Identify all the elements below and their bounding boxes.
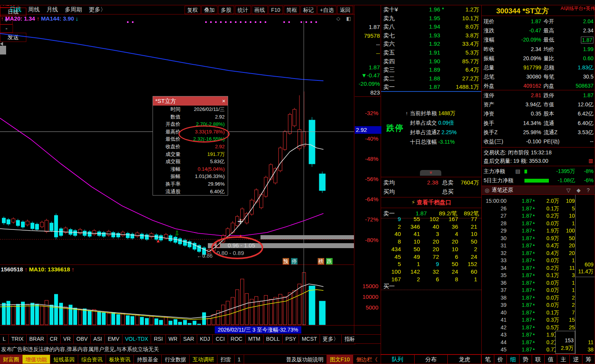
indicator-tab-WR[interactable]: WR (166, 335, 180, 343)
bottombar-item-财富圈[interactable]: 财富圈 (0, 355, 23, 364)
thousand-depth-link[interactable]: ⚡ 查看千档盘口 (381, 199, 481, 206)
svg-text:▲: ▲ (156, 238, 161, 244)
tooltip-key: 成交额 (156, 158, 180, 165)
indicator-tab-ROC[interactable]: ROC (228, 335, 246, 343)
tick-tab-筹[interactable]: 筹 (582, 355, 595, 364)
toolbar-button-画线[interactable]: 画线 (252, 6, 268, 14)
indicator-tab-PSY[interactable]: PSY (283, 335, 299, 343)
mini-chart-icon[interactable]: ▥ (589, 158, 593, 164)
crosshair-vertical (304, 21, 304, 325)
tick-volume: 0.0万 (536, 287, 559, 294)
info-key: 换手 (484, 120, 494, 127)
info-key: 涨跌 (484, 27, 494, 34)
toolbar-button-返回[interactable]: 返回 (337, 6, 353, 14)
bottombar-spacer (244, 355, 283, 364)
indicator-tab-VR[interactable]: VR (61, 335, 74, 343)
bottombar-item-图文F10[interactable]: 图文F10 (327, 355, 353, 364)
tooltip-titlebar[interactable]: *ST立方 × (153, 96, 228, 106)
queue-order-cell: 72 (422, 253, 439, 260)
toolbar-button-统计[interactable]: 统计 (235, 6, 251, 14)
ask-label: 卖八 (383, 23, 395, 30)
queue-order-cell: 55 (403, 216, 420, 222)
indicator-tab-SAR[interactable]: SAR (180, 335, 197, 343)
bottombar-item-综合资讯[interactable]: 综合资讯 (78, 355, 106, 364)
tick-time: 29 (482, 228, 507, 234)
chart-corner-icons[interactable]: ◇ ◧ (336, 16, 351, 21)
tick-tab-笔[interactable]: 笔 (482, 355, 494, 364)
toolbar-button-+自选[interactable]: +自选 (317, 6, 336, 14)
queue-tab-分布[interactable]: 分布 (415, 355, 448, 364)
indicator-tab-KDJ[interactable]: KDJ (197, 335, 213, 343)
indicator-tab-EMV[interactable]: EMV (105, 335, 122, 343)
bottombar-item-侧边栏《[interactable]: 侧边栏《 (353, 355, 381, 364)
bottombar-item-短线基因[interactable]: 短线基因 (50, 355, 78, 364)
tick-tab-联[interactable]: 联 (532, 355, 545, 364)
split-view-icon[interactable]: ◧ (346, 16, 351, 21)
indicator-tab-BRAR[interactable]: BRAR (27, 335, 47, 343)
toolbar-button-复权[interactable]: 复权 (185, 6, 201, 14)
tick-header-icons[interactable]: ▽ ◆ ? (566, 187, 595, 193)
period-tab-周线[interactable]: 周线 (28, 6, 40, 13)
bottombar-item-增值功能[interactable]: 增值功能 (23, 355, 50, 364)
tick-tab-逆[interactable]: 逆 (570, 355, 582, 364)
indicator-tab-ASI[interactable]: ASI (91, 335, 105, 343)
bottombar-item-互动调研[interactable]: 互动调研 (190, 355, 217, 364)
bottombar-item-扫雷[interactable]: 扫雷 (217, 355, 235, 364)
period-tab-月线[interactable]: 月线 (47, 6, 58, 13)
info-value: 409162 (504, 83, 541, 89)
tick-count: 2 (560, 302, 575, 308)
diamond-icon[interactable]: ◇ (336, 16, 340, 21)
tick-row: 371.87▴0.0万1 (482, 287, 595, 294)
tick-count: 1 (560, 280, 575, 286)
tick-direction-icon: ▴ (533, 257, 535, 261)
indicator-tab-TRIX[interactable]: TRIX (9, 335, 27, 343)
bottombar-item-1[interactable]: 1 (235, 355, 244, 364)
indicator-tab-OBV[interactable]: OBV (74, 335, 91, 343)
toolbar-button-标记[interactable]: 标记 (301, 6, 317, 14)
bottombar-item-板块资讯[interactable]: 板块资讯 (106, 355, 134, 364)
toolbar-button-叠加[interactable]: 叠加 (201, 6, 217, 14)
tick-tab-值[interactable]: 值 (545, 355, 557, 364)
indicator-tab-VOL-TDX[interactable]: VOL-TDX (122, 335, 151, 343)
indicator-tab-MCST[interactable]: MCST (299, 335, 320, 343)
toolbar-button-多股[interactable]: 多股 (218, 6, 234, 14)
indicator-tab-CCI[interactable]: CCI (213, 335, 228, 343)
info-value: 6.42亿 (578, 111, 593, 117)
tick-tab-价[interactable]: 价 (494, 355, 507, 364)
indicator-tab-BOLL[interactable]: BOLL (264, 335, 283, 343)
volume-chart[interactable] (0, 265, 354, 325)
info-value: 1.87 (583, 92, 593, 98)
queue-tab-队列[interactable]: 队列 (381, 355, 415, 364)
indicator-tab-指标B[interactable]: 指标B (342, 335, 354, 343)
tick-count: 2 (560, 295, 575, 301)
bottombar-item-持股基金[interactable]: 持股基金 (134, 355, 162, 364)
queue-tab-龙虎[interactable]: 龙虎 (448, 355, 481, 364)
ma-label: MA10: 1336618 (29, 266, 70, 273)
ask-level-row: 卖二1.8827.2万 (381, 75, 481, 83)
tick-count: 15 (560, 317, 575, 323)
tick-count: 50 (560, 235, 575, 241)
toolbar-button-简框[interactable]: 简框 (284, 6, 300, 14)
collapse-circle-icon[interactable]: ◎ (485, 187, 489, 193)
ask-level-row: 卖八1.948.0万 (381, 23, 481, 32)
tick-tab-主[interactable]: 主 (557, 355, 570, 364)
queue-order-cell: 152 (460, 261, 477, 267)
bottombar-item-行业数据[interactable]: 行业数据 (162, 355, 190, 364)
period-tab-更多〉[interactable]: 更多〉 (89, 6, 106, 13)
period-tab-日线[interactable]: 日线 (10, 6, 21, 13)
indicator-tab-更多〉[interactable]: 更多〉 (320, 335, 342, 343)
divider (482, 166, 595, 166)
indicator-tab-RSI[interactable]: RSI (151, 335, 166, 343)
indicator-tab-L[interactable]: L (0, 335, 9, 343)
indicator-tab-CR[interactable]: CR (47, 335, 61, 343)
toolbar-button-F10[interactable]: F10 (269, 6, 283, 14)
indicator-tab-MTM[interactable]: MTM (246, 335, 264, 343)
list-icon[interactable]: ▤ (515, 168, 520, 174)
bottombar-item-普及版功能说明[interactable]: 普及版功能说明 (283, 355, 327, 364)
period-tab-多周期[interactable]: 多周期 (65, 6, 82, 13)
tick-tab-细[interactable]: 细 (507, 355, 519, 364)
tick-tab-势[interactable]: 势 (519, 355, 532, 364)
collapse-panel-button[interactable]: » (420, 170, 441, 176)
close-icon[interactable]: × (222, 96, 225, 106)
ask-price: 1.93 (404, 32, 440, 38)
